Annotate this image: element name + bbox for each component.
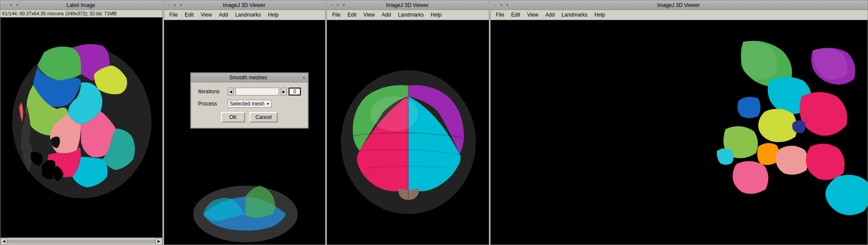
menu-edit4[interactable]: Edit <box>508 11 524 19</box>
process-row: Process Selected mesh ▼ <box>198 100 301 108</box>
viewer2-menubar: File Edit View Add Landmarks Help <box>164 10 325 20</box>
scrollbar[interactable]: ◀ ▶ <box>0 238 162 245</box>
viewer2-titlebar: − + × ImageJ 3D Viewer <box>164 0 325 10</box>
label-image-controls[interactable]: − + × <box>3 3 20 7</box>
menu-view2[interactable]: View <box>197 11 215 19</box>
label-image-window: − + × Label Image 61/144; 60.37x64.35 mi… <box>0 0 163 245</box>
close-btn4[interactable]: × <box>505 3 510 7</box>
iterations-label: Iterations <box>198 88 224 95</box>
minimize-btn3[interactable]: − <box>330 3 334 7</box>
cancel-button[interactable]: Cancel <box>249 112 278 122</box>
maximize-btn3[interactable]: + <box>336 3 340 7</box>
viewer4-window: − + × ImageJ 3D Viewer File Edit View Ad… <box>490 0 868 245</box>
maximize-btn4[interactable]: + <box>499 3 504 7</box>
viewer4-content <box>491 20 868 245</box>
menu-add3[interactable]: Add <box>378 11 394 19</box>
menu-landmarks3[interactable]: Landmarks <box>394 11 427 19</box>
smooth-meshes-dialog: Smooth meshes × Iterations ◀ ▶ 0 <box>190 72 309 129</box>
viewer3-3d-svg <box>327 20 489 234</box>
minimize-btn[interactable]: − <box>3 3 7 7</box>
slider-value[interactable]: 0 <box>289 88 301 95</box>
menu-view3[interactable]: View <box>360 11 378 19</box>
menu-help4[interactable]: Help <box>591 11 609 19</box>
dialog-box: Smooth meshes × Iterations ◀ ▶ 0 <box>190 72 309 129</box>
maximize-btn2[interactable]: + <box>173 3 177 7</box>
viewer3-titlebar: − + × ImageJ 3D Viewer <box>327 0 489 10</box>
viewer2-controls[interactable]: − + × <box>167 3 183 7</box>
viewer3-window: − + × ImageJ 3D Viewer File Edit View Ad… <box>326 0 489 245</box>
menu-landmarks2[interactable]: Landmarks <box>232 11 264 19</box>
viewer2-title: ImageJ 3D Viewer <box>183 2 305 8</box>
viewer2-window: − + × ImageJ 3D Viewer File Edit View Ad… <box>164 0 326 245</box>
dialog-titlebar: Smooth meshes × <box>191 73 308 82</box>
viewer3-controls[interactable]: − + × <box>330 3 346 7</box>
viewer3-menubar: File Edit View Add Landmarks Help <box>327 10 489 20</box>
viewer2-3d-svg <box>164 31 325 245</box>
menu-add2[interactable]: Add <box>215 11 232 19</box>
menu-add4[interactable]: Add <box>542 11 558 19</box>
image-info: 61/144; 60.37x64.35 microns (349x372); 3… <box>0 10 162 17</box>
label-image-canvas <box>0 17 162 238</box>
scroll-track[interactable] <box>7 240 155 243</box>
slider-container: ◀ ▶ 0 <box>228 88 301 95</box>
viewer4-titlebar: − + × ImageJ 3D Viewer <box>491 0 868 10</box>
menu-help3[interactable]: Help <box>427 11 445 19</box>
menu-edit2[interactable]: Edit <box>181 11 197 19</box>
iterations-row: Iterations ◀ ▶ 0 <box>198 88 301 95</box>
viewer4-title: ImageJ 3D Viewer <box>510 2 848 8</box>
viewer4-3d-svg <box>491 20 868 234</box>
close-btn[interactable]: × <box>15 3 20 7</box>
ok-button[interactable]: OK <box>221 112 245 122</box>
menu-view4[interactable]: View <box>524 11 542 19</box>
viewer4-controls[interactable]: − + × <box>493 3 510 7</box>
process-label: Process <box>198 101 224 107</box>
dropdown-arrow-icon: ▼ <box>266 102 269 106</box>
slider-right-arrow[interactable]: ▶ <box>281 88 287 95</box>
viewer2-content: Smooth meshes × Iterations ◀ ▶ 0 <box>164 20 325 245</box>
dialog-close-btn[interactable]: × <box>303 75 305 80</box>
dialog-body: Iterations ◀ ▶ 0 Process Selected mesh ▼ <box>191 82 308 128</box>
viewer4-menubar: File Edit View Add Landmarks Help <box>491 10 868 20</box>
dialog-title: Smooth meshes <box>194 75 303 81</box>
menu-file2[interactable]: File <box>166 11 181 19</box>
slider-track[interactable] <box>236 88 279 95</box>
label-image-title: Label Image <box>20 2 142 8</box>
svg-point-6 <box>370 96 418 131</box>
maximize-btn[interactable]: + <box>9 3 13 7</box>
menu-file4[interactable]: File <box>492 11 508 19</box>
menu-help2[interactable]: Help <box>265 11 283 19</box>
slider-left-arrow[interactable]: ◀ <box>228 88 234 95</box>
close-btn2[interactable]: × <box>179 3 183 7</box>
viewer3-title: ImageJ 3D Viewer <box>346 2 469 8</box>
label-image-titlebar: − + × Label Image <box>0 0 162 10</box>
close-btn3[interactable]: × <box>342 3 346 7</box>
menu-edit3[interactable]: Edit <box>344 11 360 19</box>
scroll-right[interactable]: ▶ <box>155 238 162 245</box>
process-dropdown[interactable]: Selected mesh ▼ <box>228 100 272 108</box>
dialog-buttons: OK Cancel <box>198 112 301 122</box>
menu-file3[interactable]: File <box>329 11 344 19</box>
minimize-btn2[interactable]: − <box>167 3 171 7</box>
label-image-svg <box>0 17 162 233</box>
menu-landmarks4[interactable]: Landmarks <box>558 11 591 19</box>
minimize-btn4[interactable]: − <box>493 3 498 7</box>
scroll-left[interactable]: ◀ <box>0 238 7 245</box>
viewer3-content <box>327 20 489 245</box>
process-value: Selected mesh <box>230 101 264 107</box>
